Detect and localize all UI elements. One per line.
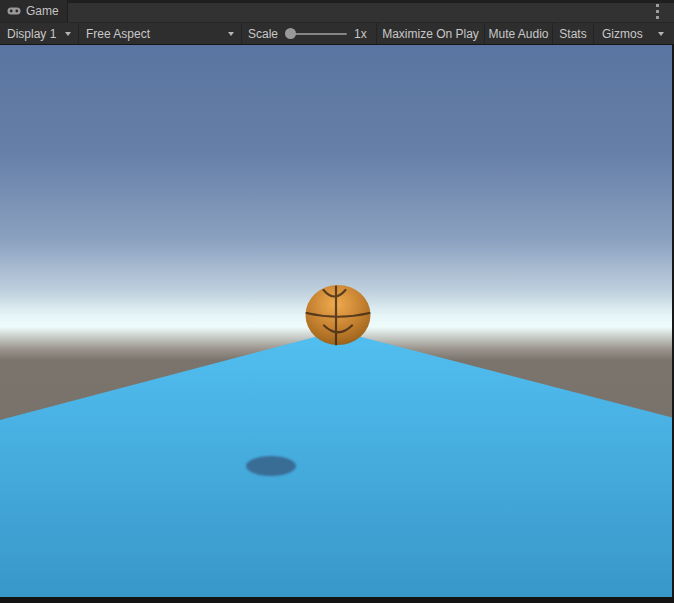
display-dropdown-label: Display 1 — [7, 27, 56, 41]
scale-control: Scale 1x — [242, 23, 376, 44]
chevron-down-icon — [658, 32, 664, 36]
aspect-ratio-dropdown[interactable]: Free Aspect — [79, 23, 241, 44]
game-view-toolbar: Display 1 Free Aspect Scale 1x Maximize … — [0, 22, 674, 45]
gamepad-icon — [7, 6, 21, 16]
tab-bar: Game — [0, 0, 674, 22]
viewport-bottom-border — [0, 597, 674, 603]
rendered-scene — [0, 45, 674, 603]
stats-button[interactable]: Stats — [553, 23, 593, 44]
chevron-down-icon — [228, 32, 234, 36]
maximize-on-play-button[interactable]: Maximize On Play — [377, 23, 484, 44]
game-viewport[interactable] — [0, 45, 674, 603]
kebab-menu-icon[interactable] — [652, 4, 662, 19]
aspect-ratio-label: Free Aspect — [86, 27, 150, 41]
scale-slider-track — [294, 33, 347, 35]
tab-game-label: Game — [26, 4, 59, 18]
ball-shadow — [246, 456, 296, 476]
scale-slider-knob[interactable] — [285, 28, 296, 39]
basketball — [306, 285, 371, 345]
unity-game-view-window: Game Display 1 Free Aspect Scale 1x Maxi… — [0, 0, 674, 603]
gizmos-dropdown[interactable]: Gizmos — [594, 23, 674, 44]
scale-label: Scale — [248, 27, 278, 41]
mute-audio-button[interactable]: Mute Audio — [485, 23, 552, 44]
chevron-down-icon — [65, 32, 71, 36]
scale-slider[interactable] — [285, 23, 347, 45]
tab-game[interactable]: Game — [0, 0, 68, 22]
scale-value: 1x — [354, 27, 367, 41]
display-dropdown[interactable]: Display 1 — [0, 23, 78, 44]
gizmos-label: Gizmos — [602, 27, 643, 41]
